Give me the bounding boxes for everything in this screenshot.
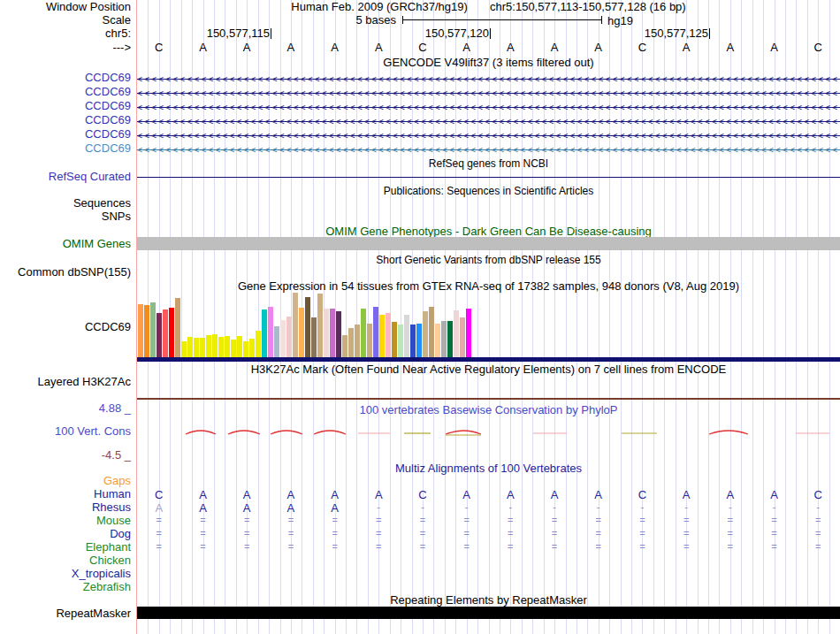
base-letter: A [356,42,401,54]
gencode-track-title[interactable]: GENCODE V49lift37 (3 items filtered out) [137,57,840,69]
strand-arrows: <<<<<<<<<<<<<<<<<<<<<<<<<<<<<<<<<<<<<<<<… [137,128,840,142]
alignment-cell: - [356,501,401,512]
strand-arrows: <<<<<<<<<<<<<<<<<<<<<<<<<<<<<<<<<<<<<<<<… [137,72,840,86]
scale-label: Scale [102,14,131,27]
gene-label[interactable]: CCDC69 [85,86,131,98]
species-label[interactable]: Chicken [89,554,131,567]
base-letter: A [532,42,577,54]
gtex-tissue-bar [262,309,267,357]
gene-transcript-line[interactable]: <<<<<<<<<<<<<<<<<<<<<<<<<<<<<<<<<<<<<<<<… [137,72,840,86]
ruler-mark[interactable]: 150,577,125 [645,27,710,39]
gtex-tissue-bar [169,308,174,357]
species-label[interactable]: Elephant [86,541,131,554]
refseq-curated-label[interactable]: RefSeq Curated [49,171,131,183]
gtex-tissue-bar [138,304,143,357]
alignment-cell: A [664,488,708,501]
common-dbsnp-label[interactable]: Common dbSNP(155) [18,266,131,279]
gene-label[interactable]: CCDC69 [85,100,131,112]
alignment-cell: = [532,528,577,539]
gtex-tissue-bar [386,313,391,357]
omim-genes-label[interactable]: OMIM Genes [63,238,131,250]
omim-gene-bar[interactable] [137,237,840,250]
gtex-gene-model-line[interactable] [137,357,840,362]
species-label[interactable]: X_tropicalis [72,568,131,580]
gtex-tissue-bar [206,335,211,357]
gtex-tissue-bar [410,325,416,357]
repeatmasker-bar[interactable] [137,607,840,619]
phylop-track-title[interactable]: 100 vertebrates Basewise Conservation by… [137,404,840,416]
gtex-tissue-bar [225,336,230,357]
multiz-track-title[interactable]: Multiz Alignments of 100 Vertebrates [137,462,840,475]
strand-arrow-label[interactable]: ---> [112,42,131,54]
layered-h3k27ac-label[interactable]: Layered H3K27Ac [37,376,131,388]
snps-label[interactable]: SNPs [102,210,131,223]
gene-label[interactable]: CCDC69 [85,142,131,155]
scale-bases-text: 5 bases [355,14,396,27]
gtex-tissue-bar [305,297,310,357]
h3k27ac-track-title[interactable]: H3K27Ac Mark (Often Found Near Active Re… [137,363,840,376]
gene-transcript-line[interactable]: <<<<<<<<<<<<<<<<<<<<<<<<<<<<<<<<<<<<<<<<… [137,100,840,114]
species-label[interactable]: Dog [110,528,131,540]
gtex-tissue-bar [441,321,447,357]
species-label[interactable]: Gaps [103,475,131,487]
phylop-wiggle-plot[interactable] [0,424,840,442]
ruler-tick [271,28,271,39]
refseq-curated-line[interactable] [137,177,840,178]
alignment-cell: - [796,501,840,512]
alignment-cell: = [225,528,269,539]
alignment-cell: = [708,515,752,525]
alignment-cell: - [488,501,532,512]
gene-label[interactable]: CCDC69 [85,72,131,84]
gene-transcript-line[interactable]: <<<<<<<<<<<<<<<<<<<<<<<<<<<<<<<<<<<<<<<<… [137,86,840,100]
sequences-label[interactable]: Sequences [73,197,131,210]
h3k27ac-baseline[interactable] [137,398,840,400]
gene-label[interactable]: CCDC69 [85,114,131,126]
gtex-tissue-bar [280,320,286,357]
gtex-tissue-bar [268,307,273,357]
alignment-cell: = [181,541,225,552]
chromosome-label[interactable]: chr5: [105,27,131,40]
species-label[interactable]: Human [94,488,131,500]
dbsnp-track-title[interactable]: Short Genetic Variants from dbSNP releas… [137,254,840,266]
base-letter: A [269,42,313,54]
publications-track-title[interactable]: Publications: Sequences in Scientific Ar… [137,185,840,197]
species-label[interactable]: Zebrafish [83,581,131,593]
gtex-gene-label[interactable]: CCDC69 [85,321,131,333]
alignment-cell: = [225,541,269,552]
gtex-tissue-bar [194,338,199,357]
strand-arrows: <<<<<<<<<<<<<<<<<<<<<<<<<<<<<<<<<<<<<<<<… [137,142,840,157]
ruler-mark[interactable]: 150,577,115 [207,27,271,39]
gtex-track-title[interactable]: Gene Expression in 54 tissues from GTEx … [137,280,840,293]
alignment-cell: A [269,501,313,515]
species-label[interactable]: Rhesus [92,501,131,514]
gtex-tissue-bar [187,337,193,357]
alignment-cell: = [313,528,357,539]
alignment-cell: A [577,488,621,501]
alignment-cell: = [796,528,840,539]
alignment-cell: - [620,501,664,512]
omim-track-title[interactable]: OMIM Gene Phenotypes - Dark Green Can Be… [137,225,840,238]
base-letter: A [488,42,532,54]
gtex-tissue-bar [342,335,347,357]
alignment-cell: = [752,541,797,552]
gene-transcript-line[interactable]: <<<<<<<<<<<<<<<<<<<<<<<<<<<<<<<<<<<<<<<<… [137,128,840,142]
repeatmasker-label[interactable]: RepeatMasker [56,607,131,620]
base-letter: A [181,42,225,54]
alignment-cell: A [137,501,181,515]
gtex-tissue-bar [355,325,360,357]
alignment-cell: = [488,528,532,539]
alignment-cell: A [445,488,489,501]
base-letter: A [752,42,797,54]
gtex-tissue-bar [373,307,378,357]
gene-transcript-line[interactable]: <<<<<<<<<<<<<<<<<<<<<<<<<<<<<<<<<<<<<<<<… [137,142,840,157]
gtex-tissue-bar [200,338,205,357]
gtex-tissue-bar [447,321,453,357]
repeatmasker-track-title[interactable]: Repeating Elements by RepeatMasker [137,594,840,607]
refseq-track-title[interactable]: RefSeq genes from NCBI [137,157,840,170]
species-label[interactable]: Mouse [96,515,131,527]
gene-transcript-line[interactable]: <<<<<<<<<<<<<<<<<<<<<<<<<<<<<<<<<<<<<<<<… [137,114,840,128]
ruler-mark[interactable]: 150,577,120 [425,27,491,39]
gtex-tissue-bar [293,293,298,357]
gene-label[interactable]: CCDC69 [85,128,131,141]
alignment-cell: C [137,488,181,501]
